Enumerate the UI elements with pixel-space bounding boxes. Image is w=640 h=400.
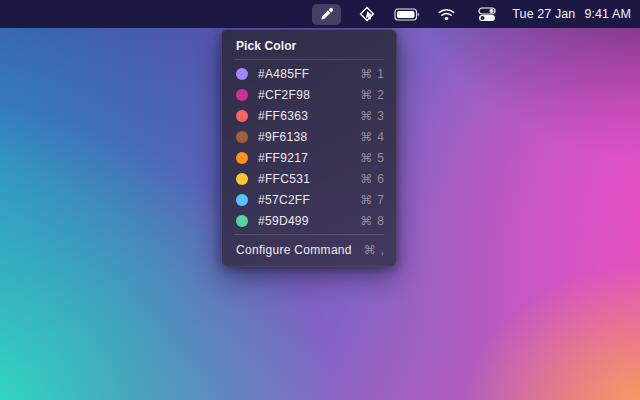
- command-modifier-glyph: ⌘: [360, 130, 372, 144]
- eyedropper-menu-button[interactable]: [312, 4, 341, 25]
- shortcut-key: 1: [377, 67, 384, 81]
- shortcut-key: 5: [377, 151, 384, 165]
- shortcut-key: ,: [381, 243, 384, 257]
- color-preset-menu-item[interactable]: #CF2F98 ⌘ 2: [222, 84, 396, 105]
- menu-divider-bottom: [234, 234, 384, 235]
- color-hex-label: #FF9217: [258, 151, 360, 165]
- pick-color-dropdown-menu: Pick Color #A485FF ⌘ 1 #CF2F98 ⌘ 2 #FF63…: [221, 29, 397, 267]
- color-hex-label: #59D499: [258, 214, 360, 228]
- control-center-menu-button[interactable]: [472, 4, 501, 25]
- command-modifier-glyph: ⌘: [360, 172, 372, 186]
- menu-bar-clock[interactable]: Tue 27 Jan 9:41 AM: [512, 7, 631, 21]
- color-shortcut: ⌘ 2: [360, 88, 384, 102]
- color-hex-label: #A485FF: [258, 67, 360, 81]
- color-preset-menu-item[interactable]: #A485FF ⌘ 1: [222, 63, 396, 84]
- menu-bar: Tue 27 Jan 9:41 AM: [0, 0, 640, 28]
- color-swatch: [236, 215, 248, 227]
- configure-command-menu-item[interactable]: Configure Command ⌘ ,: [222, 238, 396, 262]
- battery-menu-button[interactable]: [392, 4, 421, 25]
- wifi-icon: [438, 8, 455, 21]
- color-preset-list: #A485FF ⌘ 1 #CF2F98 ⌘ 2 #FF6363 ⌘ 3 #9F6…: [222, 63, 396, 231]
- color-shortcut: ⌘ 5: [360, 151, 384, 165]
- color-swatch: [236, 173, 248, 185]
- color-preset-menu-item[interactable]: #FFC531 ⌘ 6: [222, 168, 396, 189]
- wifi-menu-button[interactable]: [432, 4, 461, 25]
- shortcut-key: 3: [377, 109, 384, 123]
- color-shortcut: ⌘ 8: [360, 214, 384, 228]
- menu-bar-time: 9:41 AM: [584, 7, 631, 21]
- diamond-cursor-icon: [359, 6, 375, 22]
- command-modifier-glyph: ⌘: [364, 243, 376, 257]
- color-shortcut: ⌘ 4: [360, 130, 384, 144]
- color-shortcut: ⌘ 3: [360, 109, 384, 123]
- menu-divider-top: [234, 59, 384, 60]
- color-swatch: [236, 152, 248, 164]
- color-shortcut: ⌘ 7: [360, 193, 384, 207]
- color-swatch: [236, 110, 248, 122]
- color-shortcut: ⌘ 6: [360, 172, 384, 186]
- color-swatch: [236, 68, 248, 80]
- color-preset-menu-item[interactable]: #9F6138 ⌘ 4: [222, 126, 396, 147]
- color-swatch: [236, 194, 248, 206]
- menu-title: Pick Color: [222, 35, 396, 56]
- command-modifier-glyph: ⌘: [360, 67, 372, 81]
- shortcut-key: 6: [377, 172, 384, 186]
- command-modifier-glyph: ⌘: [360, 88, 372, 102]
- battery-icon: [394, 8, 420, 21]
- command-modifier-glyph: ⌘: [360, 109, 372, 123]
- command-modifier-glyph: ⌘: [360, 214, 372, 228]
- color-preset-menu-item[interactable]: #FF9217 ⌘ 5: [222, 147, 396, 168]
- shortcut-key: 4: [377, 130, 384, 144]
- control-center-toggles-icon: [478, 7, 496, 22]
- shortcut-key: 2: [377, 88, 384, 102]
- configure-command-label: Configure Command: [236, 243, 364, 257]
- diamond-app-menu-button[interactable]: [352, 4, 381, 25]
- color-shortcut: ⌘ 1: [360, 67, 384, 81]
- menu-bar-date: Tue 27 Jan: [512, 7, 575, 21]
- color-swatch: [236, 131, 248, 143]
- color-hex-label: #CF2F98: [258, 88, 360, 102]
- eyedropper-icon: [319, 7, 334, 22]
- command-modifier-glyph: ⌘: [360, 151, 372, 165]
- color-hex-label: #FFC531: [258, 172, 360, 186]
- color-preset-menu-item[interactable]: #59D499 ⌘ 8: [222, 210, 396, 231]
- configure-command-shortcut: ⌘ ,: [364, 243, 384, 257]
- color-hex-label: #9F6138: [258, 130, 360, 144]
- color-preset-menu-item[interactable]: #FF6363 ⌘ 3: [222, 105, 396, 126]
- shortcut-key: 7: [377, 193, 384, 207]
- color-preset-menu-item[interactable]: #57C2FF ⌘ 7: [222, 189, 396, 210]
- menu-bar-status-cluster: Tue 27 Jan 9:41 AM: [312, 4, 631, 25]
- shortcut-key: 8: [377, 214, 384, 228]
- color-hex-label: #57C2FF: [258, 193, 360, 207]
- color-swatch: [236, 89, 248, 101]
- color-hex-label: #FF6363: [258, 109, 360, 123]
- command-modifier-glyph: ⌘: [360, 193, 372, 207]
